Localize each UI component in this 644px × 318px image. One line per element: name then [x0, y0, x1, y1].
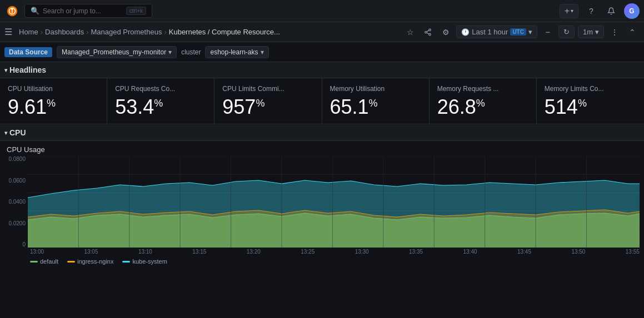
- y-axis-label-0: 0.0800: [8, 156, 26, 162]
- cpu-chart-panel: CPU Usage 0.08000.06000.04000.02000: [0, 141, 644, 267]
- legend-item-2: kube-system: [122, 258, 167, 265]
- share-button[interactable]: [421, 25, 435, 39]
- metrics-row: CPU Utilisation 9.61% CPU Requests Co...…: [0, 78, 644, 124]
- x-axis-label-0: 13:00: [30, 249, 44, 255]
- time-range-label: Last 1 hour: [472, 28, 508, 36]
- x-axis-label-1: 13:05: [84, 249, 98, 255]
- metric-card-2: CPU Limits Commi... 957%: [214, 78, 322, 124]
- chart-legend: default ingress-nginx kube-system: [4, 255, 640, 267]
- svg-point-6: [429, 33, 431, 36]
- breadcrumb-sep-3: ›: [164, 28, 166, 36]
- legend-color-1: [67, 261, 75, 263]
- notifications-icon[interactable]: [604, 4, 618, 18]
- metric-card-4: Memory Requests ... 26.8%: [430, 78, 537, 124]
- metric-value-3: 65.1%: [330, 97, 421, 117]
- metric-title-1: CPU Requests Co...: [115, 85, 206, 93]
- cpu-chart-title: CPU Usage: [4, 145, 640, 154]
- x-axis-label-3: 13:15: [192, 249, 206, 255]
- x-axis-label-2: 13:10: [138, 249, 152, 255]
- utc-badge: UTC: [510, 28, 526, 36]
- metric-title-4: Memory Requests ...: [437, 85, 528, 93]
- svg-line-7: [427, 32, 429, 33]
- refresh-icon: ↻: [563, 28, 570, 36]
- metric-card-5: Memory Limits Co... 514%: [537, 78, 644, 124]
- more-options-icon[interactable]: ⋮: [607, 25, 622, 39]
- headlines-section-header[interactable]: ▾ Headlines: [0, 62, 644, 78]
- cpu-title: CPU: [9, 128, 26, 137]
- breadcrumb-managed-prometheus[interactable]: Managed Prometheus: [91, 28, 162, 36]
- plus-icon: +: [565, 6, 570, 16]
- menu-icon[interactable]: ☰: [4, 27, 12, 37]
- y-axis-label-2: 0.0400: [8, 199, 26, 205]
- topbar: 🔍 Search or jump to... ctrl+k + ▾ ? G: [0, 0, 644, 22]
- x-axis-label-10: 13:50: [571, 249, 585, 255]
- time-range-button[interactable]: 🕐 Last 1 hour UTC ▾: [456, 26, 537, 38]
- chart-area: 0.08000.06000.04000.02000: [4, 156, 640, 248]
- help-button[interactable]: ?: [584, 4, 598, 18]
- x-axis-label-9: 13:45: [517, 249, 531, 255]
- y-axis-label-3: 0.0200: [8, 220, 26, 226]
- metric-title-5: Memory Limits Co...: [545, 85, 636, 93]
- metric-value-4: 26.8%: [437, 97, 528, 117]
- refresh-button[interactable]: ↻: [558, 26, 575, 38]
- metric-value-1: 53.4%: [115, 97, 206, 117]
- cluster-dropdown[interactable]: eshop-learn-aks ▾: [205, 46, 268, 58]
- settings-icon[interactable]: ⚙: [438, 25, 453, 39]
- x-axis: 13:0013:0513:1013:1513:2013:2513:3013:35…: [4, 248, 640, 255]
- time-chevron-icon: ▾: [528, 28, 532, 36]
- user-avatar[interactable]: G: [624, 3, 640, 19]
- metric-title-2: CPU Limits Commi...: [222, 85, 313, 93]
- metric-card-3: Memory Utilisation 65.1%: [322, 78, 430, 124]
- headlines-collapse-icon: ▾: [4, 67, 7, 73]
- legend-color-0: [30, 261, 38, 263]
- breadcrumb: Home › Dashboards › Managed Prometheus ›…: [19, 28, 398, 36]
- x-axis-label-6: 13:30: [355, 249, 369, 255]
- x-axis-label-7: 13:35: [409, 249, 423, 255]
- data-source-chevron-icon: ▾: [168, 48, 172, 56]
- collapse-icon[interactable]: ⌃: [625, 25, 640, 39]
- nav-toolbar: ☰ Home › Dashboards › Managed Prometheus…: [0, 22, 644, 42]
- breadcrumb-home[interactable]: Home: [19, 28, 38, 36]
- search-icon: 🔍: [31, 7, 39, 15]
- legend-item-1: ingress-nginx: [67, 258, 113, 265]
- y-axis: 0.08000.06000.04000.02000: [4, 156, 28, 248]
- metric-value-0: 9.61%: [8, 97, 99, 117]
- legend-label-0: default: [40, 258, 58, 265]
- metric-title-3: Memory Utilisation: [330, 85, 421, 93]
- toolbar-right-actions: ☆ ⚙ 🕐 Last 1 hour UTC ▾ − ↻ 1m ▾ ⋮ ⌃: [403, 25, 640, 39]
- metric-card-1: CPU Requests Co... 53.4%: [107, 78, 214, 124]
- chart-svg: [28, 156, 640, 248]
- refresh-interval-label: 1m: [583, 28, 593, 36]
- metric-title-0: CPU Utilisation: [8, 85, 99, 93]
- search-bar[interactable]: 🔍 Search or jump to... ctrl+k: [24, 4, 152, 18]
- search-placeholder: Search or jump to...: [43, 7, 123, 15]
- chart-canvas: [28, 156, 640, 248]
- y-axis-label-1: 0.0600: [8, 178, 26, 184]
- cluster-label: cluster: [181, 48, 201, 56]
- add-button[interactable]: + ▾: [560, 4, 578, 18]
- headlines-title: Headlines: [9, 65, 46, 74]
- refresh-interval-button[interactable]: 1m ▾: [578, 26, 604, 38]
- svg-point-4: [429, 29, 431, 31]
- grafana-logo: [4, 3, 20, 19]
- zoom-out-button[interactable]: −: [541, 25, 555, 39]
- breadcrumb-sep-1: ›: [41, 28, 43, 36]
- svg-marker-17: [28, 213, 640, 248]
- cpu-collapse-icon: ▾: [4, 130, 7, 136]
- chevron-down-icon: ▾: [571, 8, 573, 14]
- data-source-tag: Data Source: [4, 47, 52, 57]
- breadcrumb-dashboards[interactable]: Dashboards: [45, 28, 84, 36]
- topbar-right: + ▾ ? G: [560, 3, 640, 19]
- search-shortcut: ctrl+k: [126, 7, 146, 15]
- svg-point-5: [425, 31, 427, 33]
- cpu-section-header[interactable]: ▾ CPU: [0, 125, 644, 141]
- metric-value-5: 514%: [545, 97, 636, 117]
- data-source-dropdown[interactable]: Managed_Prometheus_my-monitor ▾: [57, 46, 177, 58]
- y-axis-label-4: 0: [22, 241, 26, 248]
- data-source-value: Managed_Prometheus_my-monitor: [62, 48, 166, 56]
- metric-value-2: 957%: [222, 97, 313, 117]
- metric-card-0: CPU Utilisation 9.61%: [0, 78, 107, 124]
- star-button[interactable]: ☆: [403, 25, 417, 39]
- x-axis-label-8: 13:40: [463, 249, 477, 255]
- legend-item-0: default: [30, 258, 58, 265]
